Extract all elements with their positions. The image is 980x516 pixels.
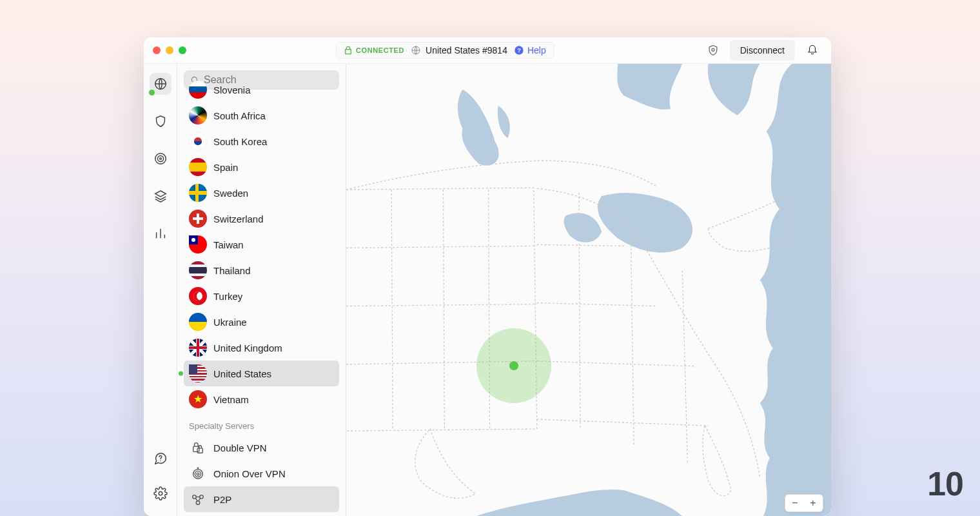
svg-point-3 <box>712 48 714 51</box>
target-icon <box>153 152 168 166</box>
country-item-switzerland[interactable]: Switzerland <box>184 206 339 232</box>
current-server[interactable]: United States #9814 <box>411 45 507 55</box>
nav-settings[interactable] <box>150 482 172 504</box>
country-label: Taiwan <box>213 239 244 250</box>
specialty-item-p2p[interactable]: P2P <box>184 486 339 512</box>
svg-point-17 <box>196 501 200 505</box>
country-item-ukraine[interactable]: Ukraine <box>184 309 339 335</box>
country-item-taiwan[interactable]: Taiwan <box>184 232 339 257</box>
flag-taiwan-icon <box>189 235 207 253</box>
flag-south-africa-icon <box>189 106 207 124</box>
flag-uk-icon <box>189 339 207 357</box>
svg-point-6 <box>157 155 163 161</box>
window-controls <box>153 46 186 54</box>
country-item-uk[interactable]: United Kingdom <box>184 335 339 361</box>
nav-stats[interactable] <box>150 223 172 244</box>
help-link[interactable]: ? Help <box>514 45 546 55</box>
zoom-out-button[interactable]: − <box>787 496 803 510</box>
country-label: United States <box>213 368 271 379</box>
country-label: Slovenia <box>213 84 251 95</box>
nav-iconbar <box>144 64 177 516</box>
nav-layers[interactable] <box>150 185 172 207</box>
p2p-icon <box>189 490 207 508</box>
connection-status: CONNECTED <box>344 46 404 55</box>
double-lock-icon <box>189 439 207 457</box>
specialty-item-double-lock[interactable]: Double VPN <box>184 435 339 461</box>
country-item-south-korea[interactable]: South Korea <box>184 128 339 154</box>
map-svg <box>346 64 831 516</box>
specialty-header: Specialty Servers <box>184 412 339 435</box>
onion-icon <box>189 464 207 482</box>
country-label: Switzerland <box>213 213 264 224</box>
help-icon: ? <box>514 45 524 55</box>
shield-icon <box>153 114 168 128</box>
country-panel: SloveniaSouth AfricaSouth KoreaSpainSwed… <box>177 64 346 516</box>
country-label: Vietnam <box>213 394 249 405</box>
svg-text:?: ? <box>517 47 521 54</box>
country-item-south-africa[interactable]: South Africa <box>184 103 339 128</box>
country-item-us[interactable]: United States <box>184 361 339 386</box>
app-window: CONNECTED United States #9814 ? Help Dis… <box>144 37 831 516</box>
country-label: Ukraine <box>213 317 247 328</box>
flag-slovenia-icon <box>189 81 207 99</box>
server-location-marker[interactable] <box>476 328 551 403</box>
lock-icon <box>344 46 352 55</box>
country-label: Sweden <box>213 188 248 199</box>
svg-point-8 <box>159 491 162 495</box>
svg-rect-18 <box>346 64 831 516</box>
country-item-thailand[interactable]: Thailand <box>184 257 339 283</box>
layers-icon <box>153 189 168 203</box>
minimize-window-button[interactable] <box>166 46 173 54</box>
close-window-button[interactable] <box>153 46 161 54</box>
flag-thailand-icon <box>189 261 207 279</box>
nav-countries[interactable] <box>150 73 172 95</box>
specialty-label: P2P <box>213 494 231 505</box>
disconnect-button[interactable]: Disconnect <box>730 40 795 61</box>
threat-protection-button[interactable] <box>704 41 722 59</box>
chat-help-icon <box>153 452 168 466</box>
nav-shield[interactable] <box>150 110 172 132</box>
titlebar: CONNECTED United States #9814 ? Help Dis… <box>144 37 831 64</box>
country-label: Thailand <box>213 265 251 276</box>
globe-icon <box>153 77 168 91</box>
flag-sweden-icon <box>189 184 207 202</box>
specialty-label: Onion Over VPN <box>213 468 286 479</box>
country-item-spain[interactable]: Spain <box>184 154 339 180</box>
flag-us-icon <box>189 364 207 382</box>
country-item-sweden[interactable]: Sweden <box>184 180 339 206</box>
flag-vietnam-icon <box>189 390 207 408</box>
svg-rect-11 <box>197 448 202 453</box>
svg-point-5 <box>155 154 166 164</box>
stats-icon <box>153 226 168 241</box>
specialty-label: Double VPN <box>213 442 267 453</box>
nav-target[interactable] <box>150 148 172 170</box>
country-label: South Korea <box>213 136 267 147</box>
gear-icon <box>153 486 168 501</box>
svg-point-7 <box>159 158 161 160</box>
app-body: SloveniaSouth AfricaSouth KoreaSpainSwed… <box>144 64 831 516</box>
country-label: South Africa <box>213 110 266 121</box>
notifications-button[interactable] <box>803 41 822 60</box>
zoom-controls: − + <box>785 494 823 512</box>
help-label: Help <box>527 45 546 55</box>
status-text: CONNECTED <box>356 46 404 54</box>
connection-status-bar: CONNECTED United States #9814 ? Help <box>336 42 554 59</box>
watermark: 10 <box>927 464 963 503</box>
svg-point-14 <box>197 473 199 475</box>
zoom-in-button[interactable]: + <box>805 496 821 510</box>
country-item-vietnam[interactable]: Vietnam <box>184 386 339 412</box>
flag-south-korea-icon <box>189 132 207 150</box>
maximize-window-button[interactable] <box>179 46 186 54</box>
specialty-item-onion[interactable]: Onion Over VPN <box>184 461 339 486</box>
country-list[interactable]: SloveniaSouth AfricaSouth KoreaSpainSwed… <box>177 77 346 516</box>
server-label: United States #9814 <box>426 45 507 55</box>
globe-icon <box>411 45 421 55</box>
flag-turkey-icon <box>189 287 207 305</box>
country-item-turkey[interactable]: Turkey <box>184 283 339 309</box>
map-view[interactable]: − + <box>346 64 831 516</box>
nav-support[interactable] <box>150 448 172 470</box>
country-label: Turkey <box>213 291 242 302</box>
flag-spain-icon <box>189 158 207 176</box>
country-item-slovenia[interactable]: Slovenia <box>184 77 339 103</box>
bell-icon <box>807 45 818 56</box>
